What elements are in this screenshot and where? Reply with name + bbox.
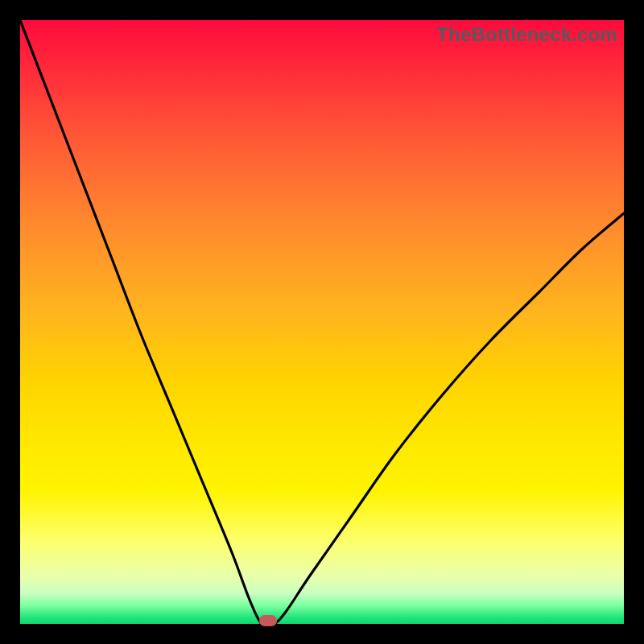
minimum-marker	[259, 615, 277, 626]
bottleneck-curve-path	[20, 20, 624, 624]
curve-svg	[20, 20, 624, 624]
plot-area: TheBottleneck.com	[20, 20, 624, 624]
chart-frame: TheBottleneck.com	[0, 0, 644, 644]
watermark-label: TheBottleneck.com	[436, 23, 617, 46]
